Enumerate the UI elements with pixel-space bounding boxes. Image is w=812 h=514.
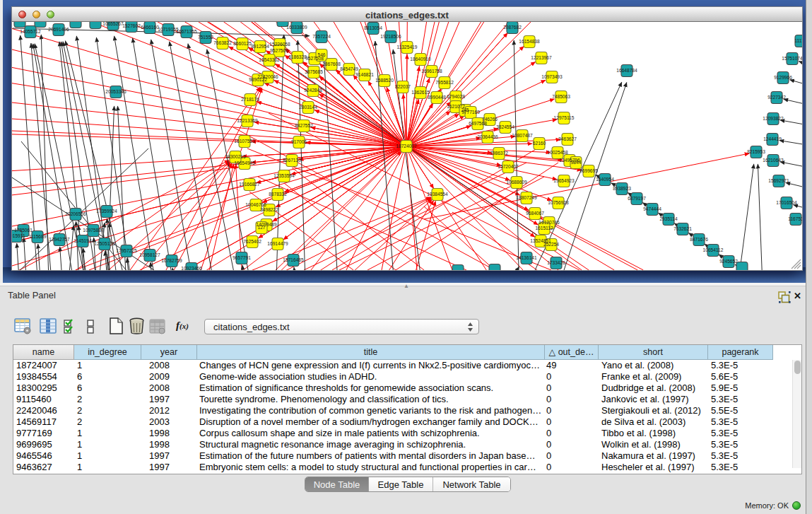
svg-text:12213967: 12213967 (531, 55, 552, 60)
svg-text:12093822: 12093822 (763, 116, 784, 121)
svg-text:19384554: 19384554 (427, 192, 448, 197)
svg-text:19218506: 19218506 (380, 34, 401, 39)
svg-text:9844: 9844 (571, 160, 582, 165)
svg-text:16210643: 16210643 (763, 158, 784, 163)
svg-text:8471676: 8471676 (690, 237, 708, 242)
svg-text:20364436: 20364436 (477, 134, 498, 139)
svg-text:16154838: 16154838 (519, 39, 540, 44)
svg-text:1588520: 1588520 (375, 78, 394, 83)
svg-text:3875685: 3875685 (305, 69, 323, 74)
svg-text:9657791: 9657791 (233, 255, 251, 260)
svg-text:1244419: 1244419 (763, 136, 782, 141)
svg-text:10654112: 10654112 (703, 247, 724, 252)
svg-text:14136141: 14136141 (516, 255, 537, 260)
svg-text:8990448: 8990448 (428, 95, 446, 100)
svg-text:3498222: 3498222 (260, 207, 278, 212)
svg-text:822037: 822037 (395, 84, 411, 89)
svg-text:12353594: 12353594 (273, 173, 295, 178)
svg-text:10807487: 10807487 (512, 133, 533, 138)
svg-text:20206556: 20206556 (65, 211, 86, 216)
svg-text:17016504: 17016504 (776, 200, 797, 205)
svg-text:16120746: 16120746 (539, 220, 560, 225)
svg-text:9527506: 9527506 (270, 48, 288, 53)
svg-text:15692971: 15692971 (768, 178, 789, 183)
svg-text:18300215: 18300215 (225, 154, 246, 159)
svg-text:1115689: 1115689 (29, 234, 47, 239)
svg-text:9777169: 9777169 (461, 110, 480, 115)
svg-text:917006: 917006 (291, 139, 307, 144)
svg-text:1733426: 1733426 (547, 260, 565, 265)
svg-text:7625402: 7625402 (243, 239, 261, 244)
svg-text:6466160: 6466160 (141, 25, 159, 30)
svg-text:6879197: 6879197 (628, 196, 646, 201)
svg-text:11325419: 11325419 (397, 45, 418, 49)
svg-text:2867608: 2867608 (322, 62, 341, 66)
svg-text:1615112: 1615112 (535, 226, 553, 230)
svg-text:12942757: 12942757 (49, 237, 70, 242)
svg-text:10025458: 10025458 (547, 150, 568, 155)
svg-text:9699695: 9699695 (579, 168, 598, 173)
svg-text:2087682: 2087682 (503, 25, 522, 30)
svg-text:9245652: 9245652 (719, 259, 738, 264)
svg-text:8454749: 8454749 (340, 66, 358, 71)
svg-text:751552: 751552 (198, 35, 213, 40)
svg-text:10046766: 10046766 (245, 202, 266, 207)
svg-text:1527602: 1527602 (122, 23, 141, 28)
svg-text:1785061: 1785061 (14, 228, 33, 233)
svg-text:12975115: 12975115 (554, 115, 575, 120)
svg-text:8186328: 8186328 (288, 54, 307, 59)
svg-text:7632621: 7632621 (673, 226, 692, 231)
svg-text:2935114: 2935114 (659, 216, 678, 221)
svg-text:20691406: 20691406 (48, 27, 69, 32)
svg-text:16961758: 16961758 (421, 69, 442, 74)
svg-text:12505135: 12505135 (94, 241, 115, 246)
svg-text:10923466: 10923466 (181, 266, 202, 270)
svg-text:19654945: 19654945 (234, 160, 255, 165)
svg-text:10688609: 10688609 (506, 180, 527, 185)
svg-text:3915911: 3915911 (12, 233, 25, 238)
svg-text:9474444: 9474444 (643, 206, 661, 211)
svg-text:6497568: 6497568 (469, 121, 487, 126)
svg-text:20053346: 20053346 (105, 89, 126, 94)
svg-text:16914479: 16914479 (267, 241, 288, 246)
svg-text:17957225: 17957225 (116, 248, 137, 253)
svg-text:8267130: 8267130 (283, 158, 301, 163)
svg-text:9890122: 9890122 (249, 77, 267, 82)
svg-text:10975887: 10975887 (83, 228, 104, 233)
svg-text:2803144: 2803144 (299, 105, 317, 110)
svg-text:12213369: 12213369 (237, 118, 258, 123)
svg-text:15720407: 15720407 (498, 164, 519, 169)
svg-text:18724007: 18724007 (396, 144, 417, 148)
svg-text:2718176: 2718176 (241, 97, 259, 102)
svg-text:16648784: 16648784 (616, 68, 637, 73)
svg-text:6794028: 6794028 (447, 94, 465, 99)
svg-text:9242848: 9242848 (304, 88, 322, 93)
svg-text:116753: 116753 (788, 216, 802, 221)
svg-text:8427552: 8427552 (295, 123, 313, 128)
svg-text:17359924: 17359924 (96, 209, 117, 214)
svg-text:15226058: 15226058 (269, 42, 290, 47)
svg-text:15751074: 15751074 (782, 56, 802, 61)
svg-text:9463627: 9463627 (558, 136, 577, 141)
svg-text:127: 127 (257, 225, 265, 230)
svg-text:8215953: 8215953 (747, 149, 765, 154)
svg-text:7986372: 7986372 (490, 151, 508, 156)
svg-text:7955812: 7955812 (435, 80, 454, 85)
svg-text:1640954: 1640954 (596, 177, 614, 182)
svg-text:19166827: 19166827 (239, 182, 260, 187)
svg-text:8912954: 8912954 (251, 44, 269, 49)
svg-text:9146821: 9146821 (355, 72, 374, 77)
svg-text:16107553: 16107553 (234, 139, 255, 144)
svg-text:18640910: 18640910 (410, 57, 431, 62)
svg-text:8878332: 8878332 (269, 192, 287, 197)
svg-text:1145194: 1145194 (73, 238, 92, 243)
svg-text:16671355: 16671355 (176, 29, 197, 34)
svg-text:11178: 11178 (794, 38, 802, 43)
svg-text:16543362: 16543362 (259, 57, 280, 62)
svg-text:10973493: 10973493 (541, 74, 563, 79)
svg-text:16033809: 16033809 (286, 25, 307, 30)
svg-text:9129966: 9129966 (774, 75, 792, 80)
svg-text:8660125: 8660125 (233, 41, 252, 46)
svg-text:10958127: 10958127 (139, 252, 160, 257)
svg-text:19654923: 19654923 (553, 178, 575, 183)
